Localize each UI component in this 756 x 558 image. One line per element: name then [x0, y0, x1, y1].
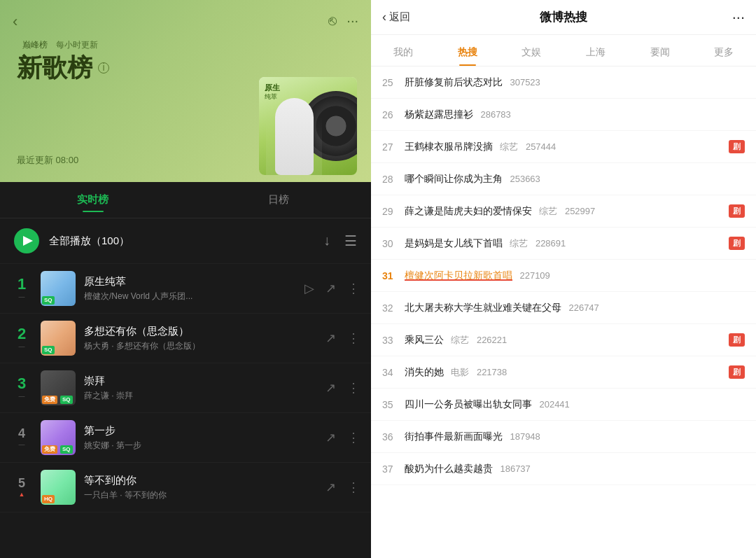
song-title: 崇拜: [84, 375, 326, 388]
song-rank: 1 —: [11, 277, 32, 300]
trend-title: 薛之谦是陆虎夫妇的爱情保安: [405, 205, 532, 216]
list-icon[interactable]: ☰: [344, 232, 357, 249]
trend-title: 北大屠夫称大学生就业难关键在父母: [405, 302, 561, 313]
song-row[interactable]: 2 — SQ 多想还有你（思念版） 杨大勇 · 多想还有你（思念版） ↗ ⋮: [0, 314, 371, 363]
more-icon[interactable]: ⋮: [347, 330, 360, 346]
song-artist: 杨大勇 · 多想还有你（思念版）: [84, 340, 326, 352]
trending-item[interactable]: 28 哪个瞬间让你成为主角 253663: [371, 163, 756, 195]
trend-badge: 剧: [729, 204, 745, 218]
tab-realtime[interactable]: 实时榜: [0, 190, 186, 209]
more-icon[interactable]: ⋮: [347, 430, 360, 445]
trend-rank: 37: [382, 463, 405, 475]
trending-item[interactable]: 26 杨紫赵露思撞衫 286783: [371, 99, 756, 131]
rank-number: 5: [11, 477, 32, 489]
trending-item[interactable]: 35 四川一公务员被曝出轨女同事 202441: [371, 389, 756, 421]
song-row[interactable]: 1 — SQ 原生纯萃 檀健次/New Vorld 人声乐团... ▷ ↗ ⋮: [0, 264, 371, 314]
song-rank: 3 —: [11, 376, 32, 400]
download-icon[interactable]: ↓: [323, 232, 330, 249]
trend-content: 街拍事件最新画面曝光 187948: [405, 430, 745, 443]
trending-item[interactable]: 33 乘风三公 综艺 226221 剧: [371, 324, 756, 356]
trend-content: 檀健次阿卡贝拉新歌首唱 227109: [405, 269, 745, 282]
song-row[interactable]: 4 — 免费 SQ 第一步 姚安娜 · 第一步 ↗ ⋮: [0, 413, 371, 463]
song-row[interactable]: 3 — 免费 SQ 崇拜 薛之谦 · 崇拜 ↗ ⋮: [0, 363, 371, 413]
album-art: 原生 纯萃: [259, 77, 357, 175]
page-title: 微博热搜: [540, 9, 587, 25]
trend-rank: 30: [382, 238, 405, 249]
back-label: 返回: [389, 11, 410, 24]
trend-count: 226221: [477, 335, 507, 345]
trend-count: 286783: [480, 109, 510, 120]
banner: ‹ ⎋ ··· 巅峰榜 每小时更新 新歌榜 i 最近更新 08:00 原生: [0, 0, 371, 182]
song-row[interactable]: 5 ▲ HQ 等不到的你 一只白羊 · 等不到的你 ↗ ⋮: [0, 463, 371, 512]
tab-more[interactable]: 更多: [692, 41, 756, 66]
add-icon[interactable]: ↗: [326, 330, 336, 346]
all-play-actions: ↓ ☰: [323, 232, 357, 249]
tab-shanghai[interactable]: 上海: [564, 41, 628, 66]
rank-number: 2: [11, 326, 32, 342]
sq-badge: SQ: [60, 445, 73, 454]
song-actions: ↗ ⋮: [326, 480, 360, 495]
trending-item[interactable]: 32 北大屠夫称大学生就业难关键在父母 226747: [371, 292, 756, 324]
song-actions: ▷ ↗ ⋮: [304, 281, 360, 296]
trend-meta: 综艺: [510, 238, 528, 249]
sq-badge: SQ: [42, 346, 55, 354]
song-actions: ↗ ⋮: [326, 430, 360, 445]
tab-trending[interactable]: 热搜: [435, 41, 500, 66]
back-button[interactable]: ‹: [13, 13, 18, 31]
trend-title: 杨紫赵露思撞衫: [405, 109, 473, 120]
trending-item[interactable]: 36 街拍事件最新画面曝光 187948: [371, 421, 756, 453]
song-title: 多想还有你（思念版）: [84, 325, 326, 338]
trending-list: 25 肝脏修复前后状态对比 307523 26 杨紫赵露思撞衫 286783 2…: [371, 67, 756, 558]
add-icon[interactable]: ↗: [326, 480, 336, 495]
tab-mine[interactable]: 我的: [371, 41, 435, 66]
rank-number: 4: [11, 427, 32, 440]
trending-item[interactable]: 25 肝脏修复前后状态对比 307523: [371, 67, 756, 99]
trending-item[interactable]: 37 酸奶为什么越卖越贵 186737: [371, 453, 756, 485]
trend-title: 是妈妈是女儿线下首唱: [405, 237, 503, 249]
song-info: 多想还有你（思念版） 杨大勇 · 多想还有你（思念版）: [84, 325, 326, 352]
trend-rank: 27: [382, 141, 405, 153]
trend-content: 哪个瞬间让你成为主角 253663: [405, 172, 745, 186]
trend-content: 杨紫赵露思撞衫 286783: [405, 108, 745, 121]
share-icon[interactable]: ⎋: [328, 13, 337, 29]
song-artist: 姚安娜 · 第一步: [84, 440, 326, 452]
trend-title: 哪个瞬间让你成为主角: [405, 173, 503, 184]
trending-item[interactable]: 34 消失的她 电影 221738 剧: [371, 356, 756, 389]
trend-title: 乘风三公: [405, 334, 444, 345]
trend-rank: 28: [382, 174, 405, 185]
more-icon[interactable]: ⋮: [347, 281, 360, 296]
song-artist: 薛之谦 · 崇拜: [84, 390, 326, 402]
tab-entertainment[interactable]: 文娱: [499, 41, 564, 66]
trend-count: 257444: [526, 141, 556, 152]
info-icon[interactable]: i: [98, 62, 109, 74]
more-button[interactable]: ···: [732, 8, 745, 27]
add-icon[interactable]: ↗: [326, 281, 336, 296]
song-info: 原生纯萃 檀健次/New Vorld 人声乐团...: [84, 275, 304, 302]
add-icon[interactable]: ↗: [326, 380, 336, 396]
trend-count: 186737: [500, 463, 530, 474]
song-list: 1 — SQ 原生纯萃 檀健次/New Vorld 人声乐团... ▷ ↗ ⋮ …: [0, 264, 371, 558]
play-icon[interactable]: ▷: [304, 281, 314, 296]
trend-title: 肝脏修复前后状态对比: [405, 76, 503, 88]
trend-count: 253663: [510, 174, 540, 184]
trending-item[interactable]: 31 檀健次阿卡贝拉新歌首唱 227109: [371, 260, 756, 292]
play-all-button[interactable]: [14, 228, 39, 253]
trend-rank: 31: [382, 270, 405, 281]
trending-item[interactable]: 30 是妈妈是女儿线下首唱 综艺 228691 剧: [371, 228, 756, 260]
rank-change: —: [11, 393, 32, 400]
more-icon[interactable]: ···: [346, 13, 358, 29]
trend-badge: 剧: [729, 333, 745, 347]
right-panel: ‹ 返回 微博热搜 ··· 我的 热搜 文娱 上海 要闻 更多 25 肝脏修复前…: [371, 0, 756, 558]
more-icon[interactable]: ⋮: [347, 380, 360, 396]
more-icon[interactable]: ⋮: [347, 480, 360, 495]
trending-item[interactable]: 27 王鹤棣衣服吊牌没摘 综艺 257444 剧: [371, 131, 756, 163]
song-thumbnail: SQ: [41, 271, 76, 306]
trend-content: 肝脏修复前后状态对比 307523: [405, 76, 745, 89]
tab-news[interactable]: 要闻: [628, 41, 692, 66]
right-header: ‹ 返回 微博热搜 ···: [371, 0, 756, 35]
tab-daily[interactable]: 日榜: [186, 190, 371, 209]
trending-item[interactable]: 29 薛之谦是陆虎夫妇的爱情保安 综艺 252997 剧: [371, 195, 756, 228]
add-icon[interactable]: ↗: [326, 430, 336, 445]
back-button[interactable]: ‹ 返回: [382, 10, 410, 25]
hq-badge: HQ: [42, 495, 55, 503]
